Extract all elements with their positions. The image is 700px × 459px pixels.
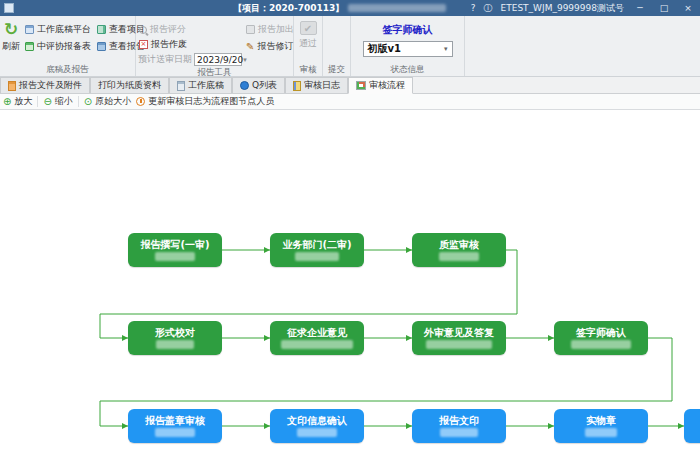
redacted-person-name <box>439 252 479 261</box>
report-addout-button[interactable]: 报告加出 <box>245 23 295 36</box>
clipboard-icon <box>177 81 185 91</box>
signer-confirm-status: 签字师确认 <box>353 18 462 37</box>
clock-icon <box>136 97 145 106</box>
original-size-icon: ⊙ <box>84 97 92 107</box>
platform-icon <box>25 25 34 34</box>
flow-node[interactable]: 实物章 <box>554 409 648 443</box>
flow-node[interactable]: 质监审核 <box>412 233 506 267</box>
minimize-button[interactable]: ─ <box>632 3 648 13</box>
expected-review-date-row: 预计送审日期 2023/9/20 ▾ <box>138 53 242 66</box>
flow-node[interactable]: 签字师确认 <box>554 321 648 355</box>
refresh-button[interactable]: ↻ 刷新 <box>2 18 20 53</box>
tab-print-paper[interactable]: 打印为纸质资料 <box>90 77 169 93</box>
flow-node-label: 签字师确认 <box>576 327 626 339</box>
flow-edges <box>0 110 700 458</box>
divider <box>37 96 38 107</box>
group-label-review: 审核 <box>296 63 320 76</box>
zoom-in-icon: ⊕ <box>3 97 11 107</box>
flow-node[interactable]: 外审意见及答复 <box>412 321 506 355</box>
flow-node-label: 业务部门(二审) <box>282 239 351 251</box>
ribbon-group-status: 签字师确认 初版v1 ▾ 状态信息 <box>351 16 465 76</box>
document-icon <box>8 81 16 91</box>
work-platform-button[interactable]: 工作底稿平台 <box>24 23 92 36</box>
tab-review-flow[interactable]: 审核流程 <box>348 77 413 94</box>
q-list-icon <box>240 81 249 90</box>
divider <box>78 96 79 107</box>
flow-node[interactable]: 报告盖章审核 <box>128 409 222 443</box>
redacted-person-name <box>440 428 478 437</box>
table-icon <box>25 42 34 51</box>
canvas-toolbar: ⊕ 放大 ⊖ 缩小 ⊙ 原始大小 更新审核日志为流程图节点人员 <box>0 94 700 110</box>
flow-node-label: 报告盖章审核 <box>145 415 205 427</box>
flow-node-label: 征求企业意见 <box>287 327 347 339</box>
pencil-icon: ✎ <box>246 42 254 52</box>
zoom-in-button[interactable]: ⊕ 放大 <box>3 95 32 108</box>
flow-node[interactable]: 征求企业意见 <box>270 321 364 355</box>
close-button[interactable]: × <box>680 3 696 13</box>
redacted-person-name <box>155 252 195 261</box>
flow-node[interactable]: 文印信息确认 <box>270 409 364 443</box>
cea-filing-form-button[interactable]: 中评协报备表 <box>24 40 92 53</box>
report-void-button[interactable]: × 报告作废 <box>138 38 242 51</box>
flow-node[interactable]: 业务部门(二审) <box>270 233 364 267</box>
group-label-status: 状态信息 <box>353 63 462 76</box>
flow-node-label: 实物章 <box>586 415 616 427</box>
redacted-person-name <box>585 428 617 437</box>
group-label-submit: 提交 <box>325 63 348 76</box>
flow-node-label: 外审意见及答复 <box>424 327 494 339</box>
tab-q-list[interactable]: Q列表 <box>232 77 285 93</box>
group-label-drafts: 底稿及报告 <box>2 63 133 76</box>
dropdown-arrow-icon: ▾ <box>444 45 448 53</box>
expected-review-date-field[interactable]: 2023/9/20 ▾ <box>194 53 242 66</box>
update-log-button[interactable]: 更新审核日志为流程图节点人员 <box>136 95 274 108</box>
ribbon-group-submit: 提交 <box>323 16 351 76</box>
redacted-person-name <box>155 428 195 437</box>
flow-node-label: 报告文印 <box>439 415 479 427</box>
pass-button[interactable]: ✔ 通过 <box>296 18 320 50</box>
flow-node-label: 文印信息确认 <box>287 415 347 427</box>
redacted-person-name <box>297 428 337 437</box>
flow-node[interactable]: 形式校对 <box>128 321 222 355</box>
flow-node-label: 形式校对 <box>155 327 195 339</box>
redacted-person-name <box>156 340 194 349</box>
project-icon <box>97 25 106 34</box>
report-revise-button[interactable]: ✎ 报告修订 <box>245 40 295 53</box>
info-icon[interactable]: ⓘ <box>484 2 493 15</box>
tab-working-papers[interactable]: 工作底稿 <box>169 77 232 93</box>
redacted-person-name <box>281 340 353 349</box>
project-title: 【项目：2020-700113】 <box>233 2 344 15</box>
account-label: ETEST_WJM_9999998测试号 <box>501 2 624 15</box>
void-x-icon: × <box>139 40 148 49</box>
tab-report-files[interactable]: 报告文件及附件 <box>0 77 90 93</box>
flow-node-label: 质监审核 <box>439 239 479 251</box>
app-icon <box>4 3 14 13</box>
version-select[interactable]: 初版v1 ▾ <box>363 41 453 57</box>
original-size-button[interactable]: ⊙ 原始大小 <box>84 95 131 108</box>
ribbon-group-tools: 报告评分 × 报告作废 预计送审日期 2023/9/20 ▾ 报告加出 <box>136 16 294 76</box>
flow-node-partial[interactable] <box>684 409 700 443</box>
flow-node[interactable]: 报告文印 <box>412 409 506 443</box>
tab-review-log[interactable]: 审核日志 <box>285 77 348 93</box>
dropdown-arrow-icon: ▾ <box>243 56 247 64</box>
refresh-icon: ↻ <box>4 21 18 38</box>
maximize-button[interactable]: □ <box>656 3 672 13</box>
redacted-person-name <box>426 340 492 349</box>
ribbon-group-review: ✔ 通过 审核 <box>294 16 323 76</box>
redacted-project-name <box>348 4 446 12</box>
report-icon <box>97 42 106 51</box>
ribbon-group-drafts: ↻ 刷新 工作底稿平台 中评协报备表 查看项目 <box>0 16 136 76</box>
window-title: 【项目：2020-700113】 <box>233 0 446 16</box>
zoom-out-button[interactable]: ⊖ 缩小 <box>43 95 72 108</box>
help-icon[interactable]: ? <box>471 3 476 13</box>
zoom-out-icon: ⊖ <box>43 97 51 107</box>
flowchart-icon <box>356 81 366 90</box>
document-tab-strip: 报告文件及附件 打印为纸质资料 工作底稿 Q列表 审核日志 审核流程 <box>0 77 700 94</box>
review-flowchart-canvas: 报告撰写(一审)业务部门(二审)质监审核形式校对征求企业意见外审意见及答复签字师… <box>0 110 700 458</box>
expected-review-date-label: 预计送审日期 <box>138 53 192 66</box>
log-icon <box>293 81 301 91</box>
title-bar: 【项目：2020-700113】 ? ⓘ ETEST_WJM_9999998测试… <box>0 0 700 16</box>
redacted-person-name <box>571 340 631 349</box>
flow-node[interactable]: 报告撰写(一审) <box>128 233 222 267</box>
report-score-button[interactable]: 报告评分 <box>138 23 242 36</box>
ribbon: ↻ 刷新 工作底稿平台 中评协报备表 查看项目 <box>0 16 700 77</box>
